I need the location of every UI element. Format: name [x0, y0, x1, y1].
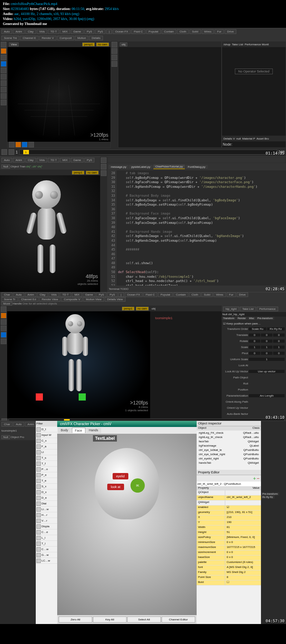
widget-D_t[interactable]: D_t — [36, 427, 57, 432]
node-label[interactable]: toonsimple1 — [150, 311, 222, 325]
divider-tools[interactable] — [100, 157, 107, 292]
prop-path[interactable]: ctrl_IK_wrist_left_2 : QPushButton — [197, 482, 261, 486]
tab-face[interactable]: Face — [72, 428, 85, 433]
tree-item[interactable]: handsTabQWidget — [197, 461, 260, 466]
property-row[interactable]: sizeIncrement0 x 0 — [197, 550, 261, 555]
pane-tabs[interactable]: Scene TreChannel ERender VCompositMotion… — [0, 35, 286, 41]
widget-L_l[interactable]: L_l — [36, 535, 57, 541]
handle-bar[interactable]: Move Handle One for all selected objects — [0, 302, 286, 306]
widget-Li…w[interactable]: Li…w — [36, 507, 57, 512]
widget-Dial[interactable]: Dial — [36, 501, 57, 507]
frame-start[interactable]: 1 — [16, 150, 18, 154]
param-rotate[interactable]: Rotate000 — [223, 338, 285, 344]
ik-button[interactable]: IK — [130, 478, 145, 493]
viewport-toolbar[interactable] — [8, 142, 110, 147]
tree-item[interactable]: rightLeg_FK_checkQRadi…utto — [197, 431, 260, 436]
property-row[interactable]: enabled☑ — [197, 505, 261, 510]
widget-C…w[interactable]: C…w — [36, 547, 57, 552]
widget-T_e[interactable]: T_e — [36, 478, 57, 484]
full-character[interactable] — [53, 314, 98, 404]
property-row[interactable]: Point Size8 — [197, 575, 261, 580]
property-row[interactable]: Height51 — [197, 530, 261, 535]
property-row[interactable]: FamilyMS Shell Dlg 2 — [197, 570, 261, 575]
widget-Displa[interactable]: Displa — [36, 524, 57, 529]
widget-H…r[interactable]: H…r — [36, 512, 57, 518]
code-content[interactable]: # tab images self.bgBodyPixmap = QPixmap… — [117, 170, 286, 286]
playhead[interactable]: 1 — [23, 150, 29, 154]
widget-F_a[interactable]: F_a — [36, 444, 57, 449]
tree-item[interactable]: rightLeg_IK_checkQRadi…utto — [197, 436, 260, 440]
timeline[interactable]: 1 1 240 — [0, 148, 286, 156]
widget-D_x[interactable]: D_x — [36, 489, 57, 495]
property-row[interactable]: QWidget — [197, 500, 261, 505]
no-cam-badge[interactable]: no cam — [96, 42, 109, 46]
tab-hands[interactable]: Hands — [86, 428, 101, 433]
file-tab[interactable]: message.py — [109, 165, 128, 169]
widget-T_s[interactable]: T_s — [36, 455, 57, 461]
widget-C…e[interactable]: C…e — [36, 529, 57, 535]
picker-tabs[interactable]: BodyFaceHands — [57, 427, 197, 434]
widget-LI[interactable]: LI — [36, 449, 57, 455]
tree-item[interactable]: bgFaceImageQLabel — [197, 444, 260, 448]
tree-item[interactable]: ctrl_eyelid_rightQPushButto — [197, 457, 260, 461]
property-row[interactable]: minimumSize0 x 0 — [197, 540, 261, 545]
widget-V…r[interactable]: V…r — [36, 518, 57, 524]
widget-T_l[interactable]: T_l — [36, 541, 57, 547]
file-tab[interactable]: FontDialog.py — [186, 165, 207, 169]
camera-menu[interactable]: persp1 — [82, 42, 94, 46]
property-row[interactable]: sizePolicy[Minimum, Fixed, 0, 0] — [197, 535, 261, 540]
network-panel[interactable]: obj — [118, 41, 222, 148]
property-row[interactable]: Y190 — [197, 520, 261, 525]
file-tab[interactable]: pysideLabel.py — [129, 165, 152, 169]
qt-widget-box[interactable]: Filter D_tInput WC_xF_aLIT_sT_fP…nP_eT_e… — [36, 421, 57, 624]
gizmo-y[interactable] — [79, 393, 86, 401]
widget-P_e[interactable]: P_e — [36, 472, 57, 478]
face-panel[interactable]: TextLabel eyelid look at IK — [57, 434, 197, 615]
widget-D_e[interactable]: D_e — [36, 495, 57, 501]
property-row[interactable]: Bold☐ — [197, 580, 261, 585]
property-row[interactable]: baseSize0 x 0 — [197, 555, 261, 560]
param-translate[interactable]: Translate000 — [223, 332, 285, 338]
scene-viewport[interactable]: persp1no cam >120fps8.24ms1 objects sele… — [7, 306, 150, 418]
shelf-tabs[interactable]: AutoAnimClayVidsTD TMIXGamePyS — [0, 157, 100, 163]
select-all-button[interactable]: Select All — [127, 617, 161, 623]
property-row[interactable]: fontA [MS Shell Dlg 2, 8] — [197, 565, 261, 570]
channel-editor-button[interactable]: Channel Editor — [162, 617, 195, 623]
property-row[interactable]: objectNamectrl_IK_wrist_left_2 — [197, 495, 261, 500]
tab-body[interactable]: Body — [58, 428, 71, 433]
widget-S_x[interactable]: S_x — [36, 484, 57, 489]
parameter-pane[interactable]: hip_rightTake ListPerformance Null ctrl_… — [222, 306, 286, 418]
code-editor[interactable]: message.pypysideLabel.pyCharPickerTutori… — [107, 157, 286, 292]
file-tabs[interactable]: message.pypysideLabel.pyCharPickerTutori… — [107, 163, 286, 170]
path-field[interactable]: obj — [120, 42, 127, 46]
tool-shelf[interactable] — [0, 306, 7, 418]
property-row[interactable]: maximumSize16777215 x 16777215 — [197, 545, 261, 550]
property-row[interactable]: Width81 — [197, 525, 261, 530]
param-uniform-scale[interactable]: Uniform Scale1 — [223, 356, 285, 362]
property-row[interactable]: X210 — [197, 515, 261, 520]
camera-menu[interactable]: persp1 — [72, 171, 84, 175]
widget-G…w[interactable]: G…w — [36, 552, 57, 558]
param-pivot[interactable]: Pivot000 — [223, 350, 285, 356]
widget-T_f[interactable]: T_f — [36, 461, 57, 467]
shelf-tabs[interactable]: CharAutoAnimClayVidsTD TMIXGamePySPyS|Oc… — [0, 292, 286, 297]
property-row[interactable]: geometry[(210, 190), 81 x 51] — [197, 510, 261, 515]
scene-viewport[interactable]: View persp1 no cam >120fps1.44ms — [7, 41, 111, 148]
key-all-button[interactable]: Key All — [93, 617, 127, 623]
file-tab[interactable]: CharPickerTutorial.py — [153, 165, 185, 169]
tree-item[interactable]: ctrl_eye_lo0kat_rightQPushButto — [197, 453, 260, 457]
no-cam[interactable]: no cam — [86, 171, 99, 175]
tool-shelf[interactable] — [0, 41, 7, 148]
gizmo-x[interactable] — [36, 393, 43, 401]
shelf-tabs[interactable]: AutoAnimClayVidsTD TMIXGamePySPyS|Ocean … — [0, 28, 286, 35]
tree-item[interactable]: ctrl_eye_lo0kat_leQPushButto — [197, 448, 260, 453]
qt-inspector[interactable]: Object Inspector ObjectClass rightLeg_FK… — [197, 421, 261, 624]
widget-Input W[interactable]: Input W — [36, 432, 57, 438]
network-view[interactable]: obj toonsimple1 — [150, 306, 222, 418]
move-tool[interactable]: Move — [1, 302, 12, 306]
terminal-bar[interactable]: Terminal TODO — [107, 286, 286, 292]
pane-tabs[interactable]: Scene TrChannel EdRender ViewComposite V… — [0, 297, 286, 302]
param-tabs[interactable]: TransformRenderMiscPre-transform — [222, 317, 286, 320]
property-row[interactable]: QObject — [197, 490, 261, 495]
eyelid-button[interactable]: eyelid — [113, 473, 128, 479]
